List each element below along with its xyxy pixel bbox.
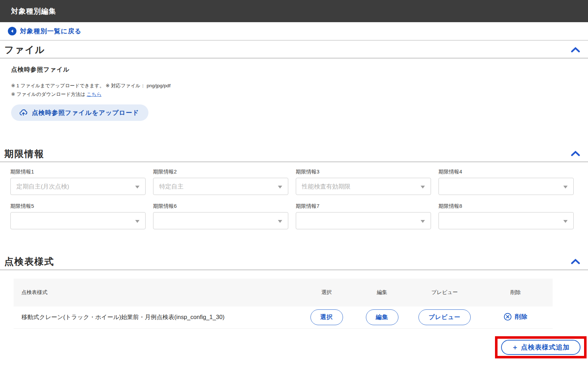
column-header-edit: 編集: [353, 289, 411, 296]
file-notes: ※ 1 ファイルまでアップロードできます。 ※ 対応ファイル： png/jpg/…: [11, 82, 588, 99]
circle-x-icon: [504, 313, 512, 321]
deadline-field-3: 期限情報3 性能検査有効期限: [296, 168, 431, 195]
sheet-section-header: 点検表様式: [0, 252, 588, 270]
dropdown-caret-icon: [421, 186, 425, 189]
file-section-header: ファイル: [0, 40, 588, 58]
field-label: 期限情報2: [153, 168, 288, 175]
chevron-up-icon: [571, 48, 580, 54]
dropdown-caret-icon: [278, 220, 282, 223]
deadline-field-8: 期限情報8: [438, 203, 574, 229]
dropdown-caret-icon: [135, 220, 139, 223]
chevron-up-icon: [571, 152, 580, 157]
column-header-select: 選択: [300, 289, 353, 296]
page-title: 対象種別編集: [11, 6, 56, 16]
deadline-4-select[interactable]: [438, 178, 574, 195]
sheet-row-name: 移動式クレーン(トラック・ホイール)始業前・月例点検表(insp_config_…: [14, 313, 300, 321]
deadline-fields-grid: 期限情報1 定期自主(月次点検) 期限情報2 特定自主 期限情報3 性能検査有効…: [10, 168, 574, 229]
field-label: 期限情報8: [438, 203, 574, 210]
back-arrow-icon: [8, 27, 16, 35]
download-help-link[interactable]: こちら: [87, 92, 101, 97]
deadline-2-select[interactable]: 特定自主: [153, 178, 288, 195]
delete-button-label: 削除: [515, 313, 528, 321]
add-button-row: ＋ 点検表様式追加: [0, 336, 588, 358]
field-label: 期限情報5: [10, 203, 146, 210]
back-link-label: 対象種別一覧に戻る: [20, 27, 82, 35]
add-sheet-button[interactable]: ＋ 点検表様式追加: [501, 340, 580, 355]
edit-button[interactable]: 編集: [366, 309, 398, 325]
back-to-list-link[interactable]: 対象種別一覧に戻る: [8, 27, 82, 35]
deadline-collapse-button[interactable]: [570, 149, 581, 159]
deadline-1-select[interactable]: 定期自主(月次点検): [10, 178, 146, 195]
field-label: 期限情報1: [10, 168, 146, 175]
sheet-table-header: 点検表様式 選択 編集 プレビュー 削除: [14, 279, 553, 307]
deadline-section: 期限情報 期限情報1 定期自主(月次点検) 期限情報2 特定自主 期限情報3 性: [0, 145, 588, 253]
deadline-section-title: 期限情報: [4, 149, 44, 159]
dropdown-caret-icon: [421, 220, 425, 223]
deadline-6-select[interactable]: [153, 212, 288, 229]
field-label: 期限情報6: [153, 203, 288, 210]
file-section-title: ファイル: [4, 45, 45, 55]
sheet-collapse-button[interactable]: [570, 257, 581, 267]
deadline-field-2: 期限情報2 特定自主: [153, 168, 288, 195]
select-button[interactable]: 選択: [310, 309, 343, 325]
sheet-table: 点検表様式 選択 編集 プレビュー 削除 移動式クレーン(トラック・ホイール)始…: [14, 279, 553, 329]
annotation-highlight-box: ＋ 点検表様式追加: [495, 336, 587, 358]
deadline-field-6: 期限情報6: [153, 203, 288, 229]
reference-file-label: 点検時参照ファイル: [11, 65, 588, 74]
column-header-name: 点検表様式: [14, 289, 300, 296]
dropdown-caret-icon: [563, 220, 568, 223]
dropdown-caret-icon: [563, 186, 568, 189]
deadline-5-select[interactable]: [10, 212, 146, 229]
column-header-preview: プレビュー: [411, 289, 479, 296]
dropdown-caret-icon: [278, 186, 282, 189]
table-row: 移動式クレーン(トラック・ホイール)始業前・月例点検表(insp_config_…: [14, 307, 553, 329]
upload-button-label: 点検時参照ファイルをアップロード: [32, 108, 139, 117]
deadline-8-select[interactable]: [438, 212, 574, 229]
sheet-section-title: 点検表様式: [4, 256, 54, 267]
delete-button[interactable]: 削除: [504, 313, 528, 321]
back-bar: 対象種別一覧に戻る: [0, 22, 588, 40]
upload-reference-file-button[interactable]: 点検時参照ファイルをアップロード: [11, 104, 148, 121]
column-header-delete: 削除: [479, 289, 553, 296]
field-label: 期限情報3: [296, 168, 431, 175]
dropdown-caret-icon: [135, 186, 139, 189]
file-section: ファイル 点検時参照ファイル ※ 1 ファイルまでアップロードできます。 ※ 対…: [0, 40, 588, 145]
file-note-2: ※ ファイルのダウンロード方法は こちら: [11, 90, 588, 99]
deadline-section-header: 期限情報: [0, 145, 588, 162]
deadline-field-4: 期限情報4: [438, 168, 574, 195]
sheet-section: 点検表様式 点検表様式 選択 編集 プレビュー 削除 移動式クレーン(トラック・…: [0, 252, 588, 358]
deadline-field-1: 期限情報1 定期自主(月次点検): [10, 168, 146, 195]
file-note-1: ※ 1 ファイルまでアップロードできます。 ※ 対応ファイル： png/jpg/…: [11, 82, 588, 90]
chevron-up-icon: [571, 260, 580, 265]
field-label: 期限情報7: [296, 203, 431, 210]
file-collapse-button[interactable]: [570, 45, 581, 55]
window-titlebar: 対象種別編集: [0, 0, 588, 22]
preview-button[interactable]: プレビュー: [418, 309, 470, 325]
field-label: 期限情報4: [438, 168, 574, 175]
deadline-field-7: 期限情報7: [296, 203, 431, 229]
cloud-upload-icon: [19, 108, 28, 117]
deadline-field-5: 期限情報5: [10, 203, 146, 229]
deadline-7-select[interactable]: [296, 212, 431, 229]
deadline-3-select[interactable]: 性能検査有効期限: [296, 178, 431, 195]
